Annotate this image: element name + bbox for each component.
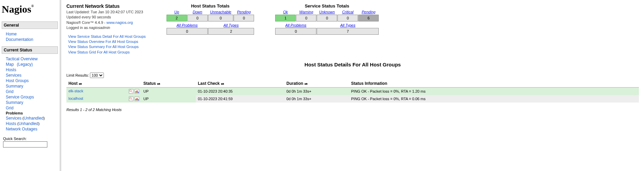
host-totals: Host Status Totals Up Down Unreachable P… — [166, 3, 254, 35]
nav-home[interactable]: Home — [6, 32, 17, 36]
detail-icon[interactable] — [129, 96, 133, 101]
status-cell: UP — [141, 88, 196, 95]
st-all-types[interactable]: All Types — [340, 23, 355, 27]
nav-prob-services[interactable]: Services — [6, 116, 21, 121]
st-critical-val[interactable]: 0 — [337, 15, 358, 21]
ht-unreachable[interactable]: Unreachable — [210, 10, 231, 14]
st-all-problems[interactable]: All Problems — [285, 23, 307, 27]
st-unknown[interactable]: Unknown — [319, 10, 335, 14]
nav-prob-hosts[interactable]: Hosts — [6, 121, 16, 126]
table-row: elk-stack UP01-10-2023 20:40:350d 0h 1m … — [66, 88, 639, 95]
svg-rect-5 — [137, 91, 138, 93]
nav-map[interactable]: Map — [6, 62, 14, 67]
sort-icon[interactable]: ♠♣ — [79, 82, 82, 86]
col-last-check[interactable]: Last Check — [198, 81, 220, 86]
svg-rect-12 — [137, 98, 138, 100]
nav-service-groups[interactable]: Service Groups — [6, 95, 34, 99]
link-service-detail[interactable]: View Service Status Detail For All Host … — [68, 34, 146, 39]
sort-icon[interactable]: ♠♣ — [304, 82, 308, 86]
status-cell: UP — [141, 95, 196, 103]
nav-host-groups[interactable]: Host Groups — [6, 78, 29, 83]
st-unknown-val[interactable]: 0 — [317, 15, 337, 21]
host-link[interactable]: localhost — [68, 96, 83, 100]
limit-label: Limit Results: — [66, 73, 89, 77]
col-host[interactable]: Host — [68, 81, 78, 86]
st-pending[interactable]: Pending — [362, 10, 375, 14]
ht-all-problems[interactable]: All Problems — [176, 23, 198, 27]
sort-icon[interactable]: ♠♣ — [221, 82, 224, 86]
last-updated: Last Updated: Tue Jan 10 20:42:07 UTC 20… — [66, 10, 146, 15]
nav-hg-summary[interactable]: Summary — [6, 84, 23, 89]
link-status-overview[interactable]: View Status Overview For All Host Groups — [68, 39, 146, 44]
nav-hg-grid[interactable]: Grid — [6, 89, 14, 94]
status-title: Current Network Status — [66, 3, 146, 9]
svg-rect-11 — [136, 99, 137, 100]
main-content: Current Network Status Last Updated: Tue… — [61, 0, 644, 171]
logo: Nagios® — [2, 2, 58, 20]
nav-tactical[interactable]: Tactical Overview — [6, 57, 37, 61]
ht-all-types-val[interactable]: 2 — [208, 28, 254, 35]
nav-prob-services-unhandled[interactable]: Unhandled — [24, 116, 44, 121]
st-all-problems-val[interactable]: 0 — [275, 28, 316, 35]
status-info: Current Network Status Last Updated: Tue… — [66, 3, 146, 55]
ht-up[interactable]: Up — [174, 10, 179, 14]
login-label: Logged in as — [66, 26, 89, 30]
col-status[interactable]: Status — [143, 81, 156, 86]
col-info: Status Information — [351, 81, 387, 86]
page-title: Host Status Details For All Host Groups — [66, 62, 639, 67]
st-warning-val[interactable]: 0 — [296, 15, 316, 21]
svg-rect-4 — [136, 91, 137, 93]
ht-down-val[interactable]: 0 — [187, 15, 208, 21]
chart-icon[interactable] — [135, 96, 139, 101]
col-duration[interactable]: Duration — [286, 81, 303, 86]
table-row: localhost UP01-10-2023 20:41:590d 0h 1m … — [66, 95, 639, 103]
st-ok[interactable]: Ok — [283, 10, 288, 14]
core-version: Nagios® Core™ 4.4.9 - — [66, 20, 107, 25]
st-all-types-val[interactable]: 7 — [317, 28, 379, 35]
nav-sg-grid[interactable]: Grid — [6, 106, 14, 110]
st-critical[interactable]: Critical — [342, 10, 354, 14]
last-check-cell: 01-10-2023 20:40:35 — [196, 88, 284, 95]
service-totals-title: Service Status Totals — [275, 3, 379, 9]
limit-select[interactable]: 100 — [90, 73, 104, 78]
service-totals: Service Status Totals Ok Warning Unknown… — [275, 3, 379, 35]
search-input[interactable] — [3, 141, 47, 147]
info-cell: PING OK - Packet loss = 0%, RTA = 0.06 m… — [349, 95, 639, 103]
last-check-cell: 01-10-2023 20:41:59 — [196, 95, 284, 103]
st-pending-val[interactable]: 6 — [358, 15, 379, 21]
duration-cell: 0d 0h 1m 33s+ — [284, 88, 349, 95]
host-status-table: Host ♠♣ Status ♠♣ Last Check ♠♣ Duration… — [66, 80, 639, 103]
results-count: Results 1 - 2 of 2 Matching Hosts — [66, 108, 639, 112]
ht-pending[interactable]: Pending — [237, 10, 251, 14]
ht-unreachable-val[interactable]: 0 — [208, 15, 233, 21]
nagios-link[interactable]: www.nagios.org — [107, 20, 133, 25]
login-user: nagiosadmin — [89, 26, 110, 30]
ht-down[interactable]: Down — [193, 10, 202, 14]
nav-problems: Problems — [6, 111, 23, 115]
chart-icon[interactable] — [135, 89, 139, 94]
info-cell: PING OK - Packet loss = 0%, RTA = 1.20 m… — [349, 88, 639, 95]
quick-search-label: Quick Search: — [3, 137, 58, 141]
nav-map-legacy[interactable]: (Legacy) — [17, 62, 33, 67]
sidebar: Nagios® General Home Documentation Curre… — [0, 0, 61, 171]
nav-prob-hosts-unhandled[interactable]: Unhandled — [18, 121, 38, 126]
host-link[interactable]: elk-stack — [68, 89, 83, 93]
nav-network-outages[interactable]: Network Outages — [6, 127, 37, 131]
st-warning[interactable]: Warning — [299, 10, 313, 14]
nav-sg-summary[interactable]: Summary — [6, 100, 23, 105]
nav-hosts[interactable]: Hosts — [6, 67, 16, 72]
link-status-summary[interactable]: View Status Summary For All Host Groups — [68, 44, 146, 49]
ht-all-problems-val[interactable]: 0 — [167, 28, 208, 35]
nav-services[interactable]: Services — [6, 73, 21, 78]
duration-cell: 0d 0h 1m 33s+ — [284, 95, 349, 103]
st-ok-val[interactable]: 1 — [275, 15, 296, 21]
nav-documentation[interactable]: Documentation — [6, 37, 33, 42]
ht-all-types[interactable]: All Types — [223, 23, 238, 27]
ht-up-val[interactable]: 2 — [167, 15, 187, 21]
section-current-status: Current Status — [2, 46, 58, 54]
link-status-grid[interactable]: View Status Grid For All Host Groups — [68, 50, 146, 55]
detail-icon[interactable] — [129, 89, 133, 94]
section-general: General — [2, 21, 58, 29]
sort-icon[interactable]: ♠♣ — [157, 82, 160, 86]
ht-pending-val[interactable]: 0 — [234, 15, 254, 21]
